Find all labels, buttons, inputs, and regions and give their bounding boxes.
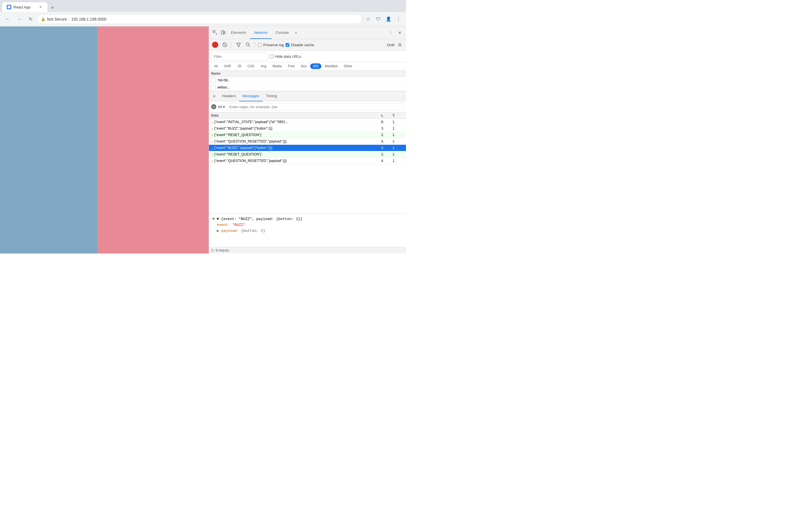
search-button[interactable] (244, 41, 252, 49)
filter-doc[interactable]: Doc (298, 63, 310, 69)
filter-icon-button[interactable] (235, 41, 243, 49)
message-row-3[interactable]: ↑ {"event":"RESET_QUESTION"} 2. 1. (209, 132, 406, 138)
svg-rect-0 (213, 31, 215, 33)
message-row-6[interactable]: ↑ {"event":"RESET_QUESTION"} 2. 1. (209, 151, 406, 158)
browser-tab[interactable]: React App ✕ (2, 2, 47, 12)
message-row-1[interactable]: ↓ {"event":"INITIAL_STATE","payload":{"i… (209, 119, 406, 125)
message-row-4[interactable]: ↓ {"event":"QUESTION_RESETTED","payload"… (209, 138, 406, 145)
ws-tab-messages[interactable]: Messages (239, 91, 262, 101)
url-address: 192.168.1.108:3000 (71, 17, 107, 21)
filter-manifest[interactable]: Manifest (322, 63, 340, 69)
filter-js[interactable]: JS (235, 63, 244, 69)
devtools-panel: Elements Network Console » ⋮ ✕ (209, 26, 406, 253)
tab-bar: React App ✕ + (0, 0, 406, 12)
tab-title: React App (13, 5, 31, 9)
filter-all[interactable]: All (211, 63, 220, 69)
tab-elements[interactable]: Elements (227, 26, 250, 39)
arrow-down-icon-4: ↓ (211, 139, 213, 144)
filter-css[interactable]: CSS (245, 63, 257, 69)
message-content-6: ↑ {"event":"RESET_QUESTION"} (211, 152, 381, 157)
forward-button[interactable]: → (15, 15, 24, 24)
hide-data-urls-checkbox[interactable]: Hide data URLs (270, 54, 301, 59)
status-text: 2 / 9 reques (211, 248, 229, 252)
message-type-select[interactable]: All ▾ (218, 105, 225, 109)
filter-xhr[interactable]: XHR (221, 63, 234, 69)
filter-other[interactable]: Other (341, 63, 355, 69)
message-content-3: ↑ {"event":"RESET_QUESTION"} (211, 133, 381, 137)
messages-table-header: Data L T. (209, 112, 406, 119)
preserve-log-input[interactable] (258, 43, 262, 47)
blue-panel (0, 26, 97, 253)
pink-panel (97, 26, 209, 253)
svg-line-7 (249, 45, 250, 47)
devtools-header: Elements Network Console » ⋮ ✕ (209, 26, 406, 39)
requests-header: Name (209, 70, 406, 77)
svg-line-4 (223, 44, 226, 46)
ws-close-button[interactable]: × (211, 93, 217, 100)
inspect-element-button[interactable] (211, 29, 219, 37)
reload-button[interactable]: ↻ (26, 15, 35, 24)
filter-font[interactable]: Font (285, 63, 297, 69)
preserve-log-checkbox[interactable]: Preserve log (258, 43, 284, 47)
request-row-1[interactable]: ?id=58... (209, 77, 406, 84)
network-settings-button[interactable]: ⚙ (396, 41, 404, 49)
json-event-value: "BUZZ" (232, 223, 246, 227)
filter-img[interactable]: Img (258, 63, 269, 69)
message-content-7: ↓ {"event":"QUESTION_RESETTED","payload"… (211, 159, 381, 163)
hide-data-urls-input[interactable] (270, 55, 273, 58)
json-root-line[interactable]: ▼ ▼ {event: "BUZZ", payload: {button: 2}… (212, 216, 403, 222)
message-row-2[interactable]: ↓ {"event":"BUZZ","payload":{"button":1}… (209, 125, 406, 132)
svg-rect-1 (221, 31, 223, 34)
request-check-2[interactable] (211, 85, 216, 90)
clear-button[interactable] (221, 41, 229, 49)
svg-marker-5 (237, 43, 241, 47)
new-tab-button[interactable]: + (49, 4, 56, 12)
shield-icon[interactable]: 🛡 (374, 15, 382, 23)
bookmark-icon[interactable]: ☆ (364, 15, 372, 23)
tab-favicon (7, 5, 11, 9)
filter-ws[interactable]: WS (310, 63, 321, 69)
url-bar[interactable]: 🔒 Not Secure | 192.168.1.108:3000 (37, 14, 362, 24)
request-check-1[interactable] (211, 78, 216, 82)
devtools-more-button[interactable]: ⋮ (387, 29, 395, 37)
filter-media[interactable]: Media (269, 63, 285, 69)
back-button[interactable]: ← (3, 15, 12, 24)
request-row-2[interactable]: webso... (209, 84, 406, 91)
json-root-text: ▼ {event: "BUZZ", payload: {button: 2}} (217, 217, 303, 221)
requests-panel: Name ?id=58... webso... (209, 70, 406, 91)
menu-icon[interactable]: ⋮ (395, 15, 403, 23)
json-payload-expand-icon[interactable]: ▶ (217, 229, 221, 233)
message-row-7[interactable]: ↓ {"event":"QUESTION_RESETTED","payload"… (209, 158, 406, 164)
message-content-4: ↓ {"event":"QUESTION_RESETTED","payload"… (211, 139, 381, 144)
ws-tab-headers[interactable]: Headers (218, 91, 239, 101)
json-payload-line[interactable]: ▶ payload: {button: 2} (212, 228, 403, 234)
devtools-close-button[interactable]: ✕ (396, 29, 404, 37)
json-event-key: event: (217, 223, 230, 227)
address-right-icons: ☆ 🛡 👤 ⋮ (364, 15, 403, 23)
svg-rect-2 (224, 32, 225, 34)
arrow-down-icon-5: ↓ (211, 146, 213, 150)
header-name: Name (211, 71, 387, 75)
disable-cache-checkbox[interactable]: Disable cache (286, 43, 314, 47)
json-expand-icon[interactable]: ▼ (212, 217, 217, 221)
block-messages-button[interactable]: ⊘ (211, 104, 216, 109)
tab-console[interactable]: Console (271, 26, 293, 39)
message-search-input[interactable] (227, 103, 404, 110)
filter-input[interactable] (211, 52, 267, 60)
page-content (0, 26, 209, 253)
arrow-down-icon: ↓ (211, 120, 213, 124)
arrow-down-icon-2: ↓ (211, 126, 213, 131)
profile-icon[interactable]: 👤 (385, 15, 393, 23)
tab-close-button[interactable]: ✕ (38, 5, 43, 9)
ws-tab-timing[interactable]: Timing (262, 91, 280, 101)
toolbar-right: Onlir ⚙ (387, 41, 404, 49)
disable-cache-input[interactable] (286, 43, 289, 47)
device-toolbar-button[interactable] (219, 29, 227, 37)
tab-network[interactable]: Network (250, 26, 271, 39)
toolbar-separator-1 (232, 42, 232, 48)
security-icon: 🔒 (41, 17, 45, 21)
ws-detail-tabs: × Headers Messages Timing (209, 91, 406, 101)
record-button[interactable] (211, 41, 219, 49)
tab-more[interactable]: » (293, 26, 299, 39)
message-row-5[interactable]: ↓ {"event":"BUZZ","payload":{"button":2}… (209, 145, 406, 151)
